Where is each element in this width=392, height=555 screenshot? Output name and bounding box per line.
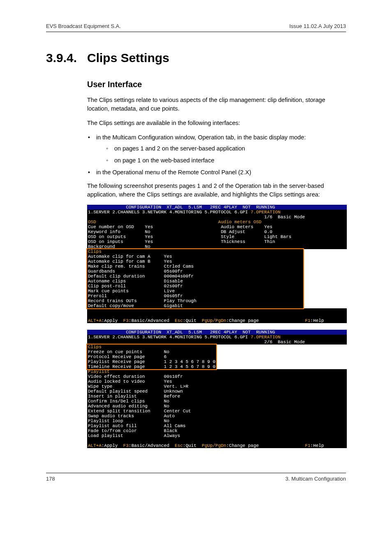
term-row: Autoname clips Disable bbox=[87, 279, 303, 284]
term-row: Automake clip for cam A Yes bbox=[87, 254, 303, 259]
term-footer: ALT+A:Apply F3:Basic/Advanced Esc:Quit P… bbox=[87, 318, 347, 323]
term-row: Cue number on OSD Yes Audio meters Yes bbox=[87, 224, 347, 229]
term-row: Keyword info No DB Adjust 0.0 bbox=[87, 229, 347, 234]
heading-number: 3.9.4. bbox=[46, 51, 87, 65]
term-row: Playlist Receive page 1 2 3 4 5 6 7 8 9 … bbox=[87, 359, 216, 364]
terminal-screenshot-2: CONFIGURATION XT_ADL 5.LSM 2REC 4PLAY NO… bbox=[87, 330, 347, 448]
term-row: OSD on outputs Yes Style Light Bars bbox=[87, 234, 347, 239]
term-row: OSD Audio meters OSD bbox=[87, 220, 347, 224]
clips-highlight-box: Clips Automake clip for cam A Yes Automa… bbox=[86, 248, 304, 309]
term-row: Freeze on cue points No bbox=[87, 349, 216, 354]
term-mode: 1/6 Basic Mode bbox=[87, 215, 347, 220]
term-row: Automake clip for cam B Yes bbox=[87, 259, 303, 264]
term-title: CONFIGURATION XT_ADL 5.LSM 2REC 4PLAY NO… bbox=[87, 205, 347, 210]
subheading: User Interface bbox=[87, 80, 346, 89]
term-row: Make clip rem. trains Ctrled Cams bbox=[87, 264, 303, 269]
term-tabs: 1.SERVER 2.CHANNELS 3.NETWORK 4.MONITORI… bbox=[87, 335, 347, 340]
term-row: Clips bbox=[87, 345, 216, 349]
term-row: Default playlist speed Unknown bbox=[87, 389, 347, 394]
term-row: Video effect duration 00s10fr bbox=[87, 374, 347, 379]
term-row: Guardbands 05s00fr bbox=[87, 269, 303, 274]
term-row: Extend split transition Center Cut bbox=[87, 409, 347, 414]
term-row: Playlist bbox=[87, 369, 347, 374]
term-row: Audio locked to video Yes bbox=[87, 379, 347, 384]
term-row: Insert in playlist Before bbox=[87, 394, 347, 399]
heading-title: Clips Settings bbox=[87, 51, 169, 65]
body-text: The Clips settings relate to various asp… bbox=[87, 96, 346, 199]
term-row: Playlist auto fill All Cams bbox=[87, 423, 347, 428]
term-row: Load playlist Always bbox=[87, 433, 347, 438]
page-header: EVS Broadcast Equipment S.A. Issue 11.02… bbox=[46, 23, 346, 32]
list-item: on pages 1 and 2 on the server-based app… bbox=[105, 144, 346, 153]
term-row: Clips bbox=[87, 249, 303, 254]
header-right: Issue 11.02.A July 2013 bbox=[289, 23, 346, 29]
term-row: Confirm Ins/Del clips No bbox=[87, 399, 347, 404]
term-row bbox=[87, 313, 347, 318]
header-left: EVS Broadcast Equipment S.A. bbox=[46, 23, 121, 29]
footer-right: 3. Multicam Configuration bbox=[286, 476, 346, 482]
list-item: in the Operational menu of the Remote Co… bbox=[87, 168, 346, 177]
term-row: Default clip duration 000m04s00fr bbox=[87, 274, 303, 279]
term-row: Mark cue points Live bbox=[87, 289, 303, 294]
term-row: Default copy/move Gigabit bbox=[87, 303, 303, 308]
term-row: Advanced audio editing No bbox=[87, 404, 347, 409]
clips-highlight-box: Clips Freeze on cue points No Protocol R… bbox=[86, 344, 217, 370]
term-row: Swap audio tracks Auto bbox=[87, 414, 347, 419]
paragraph: The following screenshot presents pages … bbox=[87, 182, 346, 199]
term-row bbox=[87, 438, 347, 443]
list-item-text: in the Multicam Configuration window, Op… bbox=[96, 134, 306, 141]
term-row: Wipe type Vert. L>R bbox=[87, 384, 347, 389]
term-title: CONFIGURATION XT_ADL 5.LSM 2REC 4PLAY NO… bbox=[87, 330, 347, 335]
term-row: Clip post-roll 02s00fr bbox=[87, 284, 303, 289]
page-number: 178 bbox=[46, 476, 55, 482]
term-row: Playlist loop No bbox=[87, 419, 347, 423]
term-footer: ALT+A:Apply F3:Basic/Advanced Esc:Quit P… bbox=[87, 443, 347, 448]
term-row: Fade to/from color Black bbox=[87, 428, 347, 433]
paragraph: The Clips settings relate to various asp… bbox=[87, 96, 346, 113]
paragraph: The Clips settings are available in the … bbox=[87, 119, 346, 127]
term-row: Record trains OUTs Play Through bbox=[87, 298, 303, 303]
section-heading: 3.9.4. Clips Settings bbox=[46, 51, 346, 65]
term-row: Protocol Receive page 6 bbox=[87, 354, 216, 359]
list-item: in the Multicam Configuration window, Op… bbox=[87, 133, 346, 165]
list-item: on page 1 on the web-based interface bbox=[105, 156, 346, 165]
term-row: OSD on inputs Yes Thickness Thin bbox=[87, 239, 347, 244]
terminal-screenshot-1: CONFIGURATION XT_ADL 5.LSM 2REC 4PLAY NO… bbox=[87, 205, 347, 323]
term-row: Timeline Receive page 1 2 3 4 5 6 7 8 9 … bbox=[87, 364, 216, 369]
page-footer: 178 3. Multicam Configuration bbox=[46, 473, 346, 482]
term-row: Preroll 00s05fr bbox=[87, 294, 303, 298]
term-tabs: 1.SERVER 2.CHANNELS 3.NETWORK 4.MONITORI… bbox=[87, 210, 347, 215]
